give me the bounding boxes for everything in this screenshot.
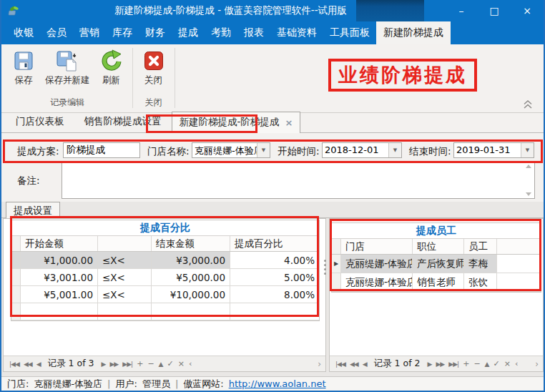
nav-edit-icon[interactable]: ▲ [157, 361, 165, 368]
cell-operator[interactable]: ≤X< [98, 269, 152, 285]
aolan-website-link[interactable]: http://www.aolan.net [229, 378, 326, 389]
column-header-percentage[interactable]: 提成百分比 [230, 236, 319, 251]
table-row[interactable]: 克丽缇娜-体验店 销售老师 张饮 [332, 273, 541, 292]
cell-percentage[interactable]: 8.00% [230, 286, 319, 303]
cell-store[interactable]: 克丽缇娜-体验店 [341, 273, 413, 291]
nav-prev-icon[interactable]: ◀ [360, 361, 369, 368]
close-form-button[interactable]: 关闭 [137, 46, 170, 96]
cell-empty[interactable] [152, 303, 230, 320]
column-header-operator[interactable] [98, 236, 152, 251]
table-row-empty[interactable] [11, 303, 319, 320]
column-header-start-amount[interactable]: 开始金额 [21, 236, 98, 251]
remark-textarea[interactable] [62, 162, 523, 198]
nav-cancel-icon[interactable]: × [502, 359, 513, 368]
scroll-down-icon[interactable] [526, 192, 531, 196]
cell-empty[interactable] [21, 303, 98, 320]
nav-next-page-icon[interactable]: ▶▶ [433, 361, 446, 368]
ribbon-tab-inventory[interactable]: 库存 [106, 21, 139, 44]
nav-last-icon[interactable]: ▶▶| [120, 361, 134, 368]
nav-delete-icon[interactable]: − [145, 359, 156, 368]
start-date-picker[interactable]: 2018-12-01 ▼ [322, 142, 402, 158]
column-header-employee[interactable]: 员工 [464, 239, 497, 254]
tab-close-icon[interactable]: × [285, 117, 293, 128]
cell-store[interactable]: 克丽缇娜-体验店 [341, 255, 413, 273]
cell-percentage[interactable]: 5.00% [230, 269, 319, 285]
nav-last-icon[interactable]: ▶▶| [446, 361, 461, 368]
end-date-picker[interactable]: 2019-01-31 ▼ [453, 142, 534, 158]
cell-operator[interactable]: ≤X< [98, 252, 152, 268]
nav-next-icon[interactable]: ▶ [99, 361, 108, 368]
refresh-button[interactable]: 刷新 [95, 46, 128, 96]
cell-end-amount[interactable]: ¥5,000.00 [152, 269, 230, 285]
nav-first-icon[interactable]: |◀◀ [7, 361, 21, 368]
panel-splitter[interactable] [324, 260, 326, 275]
tab-sales-tier-commission-settings[interactable]: 销售阶梯提成设置 [74, 112, 172, 132]
nav-next-icon[interactable]: ▶ [426, 361, 434, 368]
maximize-button[interactable]: □ [478, 0, 511, 21]
tab-store-dashboard[interactable]: 门店仪表板 [6, 112, 74, 132]
ribbon-tab-commission[interactable]: 提成 [172, 21, 205, 44]
cell-percentage[interactable]: 4.00% [230, 252, 319, 268]
nav-add-icon[interactable]: + [134, 359, 145, 368]
nav-commit-icon[interactable]: ✓ [491, 359, 502, 368]
cell-empty[interactable] [230, 303, 319, 320]
column-header-end-amount[interactable]: 结束金额 [152, 236, 230, 251]
column-header-store[interactable]: 门店 [341, 239, 413, 254]
column-header-position[interactable]: 职位 [413, 239, 464, 254]
nav-delete-icon[interactable]: − [471, 359, 482, 368]
nav-prev-page-icon[interactable]: ◀◀ [348, 361, 360, 368]
nav-cancel-icon[interactable]: × [176, 359, 187, 368]
cell-end-amount[interactable]: ¥3,000.00 [152, 252, 230, 268]
nav-prev-page-icon[interactable]: ◀◀ [21, 361, 34, 368]
cell-empty[interactable] [98, 303, 152, 320]
table-row[interactable]: ¥5,001.00 ≤X< ¥10,000.00 8.00% [11, 286, 319, 303]
cell-end-amount[interactable]: ¥10,000.00 [152, 286, 230, 303]
collapse-ribbon-icon[interactable] [521, 99, 534, 109]
cell-employee[interactable]: 李梅 [464, 255, 497, 273]
minimize-button[interactable]: – [445, 0, 478, 21]
cell-filler[interactable] [497, 273, 541, 291]
chevron-down-icon[interactable]: ▼ [521, 143, 534, 157]
chevron-down-icon[interactable]: ▼ [257, 143, 270, 157]
scheme-input[interactable] [63, 142, 140, 158]
nav-scroll-left-icon[interactable]: ‹ [187, 359, 194, 368]
nav-add-icon[interactable]: + [461, 359, 471, 368]
tab-new-tier-commission[interactable]: 新建阶梯提成-阶梯提成 × [172, 112, 301, 133]
ribbon-tab-tools[interactable]: 工具面板 [323, 21, 376, 44]
table-row[interactable]: ▶ 克丽缇娜-体验店 产后恢复师 李梅 [332, 255, 541, 273]
cell-position[interactable]: 销售老师 [413, 273, 464, 291]
remark-scrollbar[interactable] [523, 162, 534, 198]
cell-employee[interactable]: 张饮 [464, 273, 497, 291]
save-button[interactable]: 保存 [7, 46, 40, 96]
ribbon-tab-new-tier-commission[interactable]: 新建阶梯提成 [376, 21, 451, 44]
store-combobox[interactable]: 克丽缇娜-体验店 ▼ [192, 142, 270, 158]
cell-operator[interactable]: ≤X< [98, 286, 152, 303]
close-window-button[interactable]: × [511, 0, 544, 21]
ribbon-tab-cashier[interactable]: 收银 [7, 21, 40, 44]
save-and-new-button[interactable]: 保存并新建 [40, 46, 95, 96]
nav-scroll-right-icon[interactable]: › [318, 359, 321, 369]
cell-start-amount[interactable]: ¥5,001.00 [21, 286, 98, 303]
ribbon-tab-finance[interactable]: 财务 [139, 21, 172, 44]
chevron-down-icon[interactable]: ▼ [388, 143, 401, 157]
nav-scroll-right-icon[interactable]: › [535, 359, 539, 369]
table-row[interactable]: ¥1,000.00 ≤X< ¥3,000.00 4.00% [11, 252, 319, 269]
scroll-up-icon[interactable] [526, 165, 531, 168]
nav-edit-icon[interactable]: ▲ [483, 361, 491, 368]
cell-position[interactable]: 产后恢复师 [413, 255, 464, 273]
cell-start-amount[interactable]: ¥3,001.00 [21, 269, 98, 285]
cell-filler[interactable] [497, 255, 541, 273]
ribbon-tab-member[interactable]: 会员 [40, 21, 73, 44]
nav-next-page-icon[interactable]: ▶▶ [107, 361, 120, 368]
ribbon-tab-reports[interactable]: 报表 [237, 21, 270, 44]
ribbon-tab-attendance[interactable]: 考勤 [205, 21, 237, 44]
nav-scroll-left-icon[interactable]: ‹ [513, 359, 520, 368]
nav-prev-icon[interactable]: ◀ [34, 361, 43, 368]
cell-start-amount[interactable]: ¥1,000.00 [21, 252, 98, 268]
nav-commit-icon[interactable]: ✓ [165, 359, 176, 368]
ribbon-tab-base-data[interactable]: 基础资料 [270, 21, 323, 44]
ribbon-tab-marketing[interactable]: 营销 [73, 21, 106, 44]
nav-first-icon[interactable]: |◀◀ [333, 361, 348, 368]
table-row[interactable]: ¥3,001.00 ≤X< ¥5,000.00 5.00% [11, 269, 319, 286]
tab-commission-settings[interactable]: 提成设置 [6, 202, 60, 218]
